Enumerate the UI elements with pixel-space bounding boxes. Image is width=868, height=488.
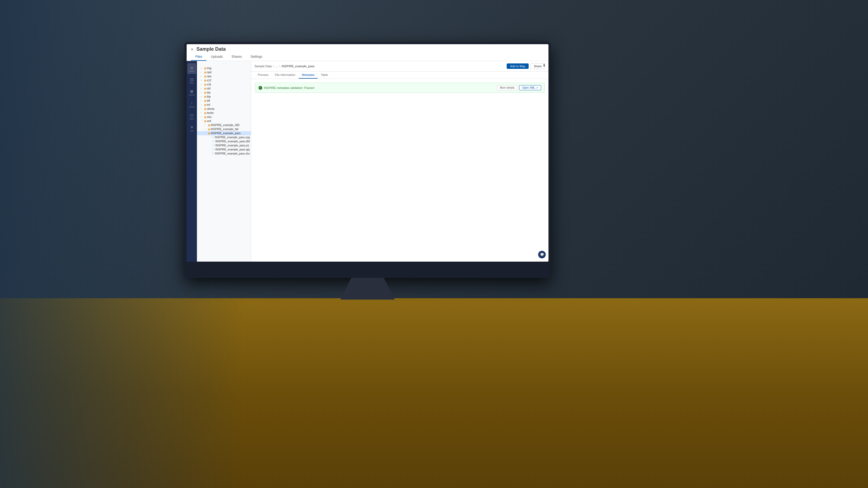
chevron-down-icon: › (201, 120, 204, 123)
tree-item-label: INSPIRE_example_pass.prj (215, 144, 249, 147)
tree-item-inspire-fail[interactable]: › ▣ INSPIRE_example_fail (197, 127, 251, 131)
folder-icon: ▣ (208, 124, 210, 127)
folder-icon: ▣ (204, 107, 207, 110)
tab-file-information[interactable]: File Information (272, 72, 299, 78)
detail-tabs: Preview File Information Metadata Table (251, 72, 549, 79)
folder-icon: ▣ (204, 116, 207, 119)
monitor-screen: ≡ Sample Data Files Uploads Shares Setti… (187, 44, 549, 262)
tree-item-teobn[interactable]: › ▣ teobn (197, 111, 251, 115)
tree-item-trd[interactable]: › ▣ trd (197, 103, 251, 107)
maps-icon: ◫ (190, 77, 194, 82)
tree-item-label: ukoria (207, 107, 214, 110)
sidebar: ⌂ Home ◫ Maps ⊞ Projects ↑ Uploads (187, 61, 197, 262)
tree-item-sld[interactable]: › ▣ sld (197, 87, 251, 91)
sidebar-label-home: Home (190, 70, 194, 72)
tree-item-s12[interactable]: › ▣ s12 (197, 78, 251, 83)
tree-item-label: INSPIRE_example_pass.shx (215, 152, 250, 155)
detail-content: ✓ INSPIRE metadata validation: Passed Mo… (251, 79, 549, 262)
folder-icon: ▣ (204, 87, 207, 90)
tab-settings[interactable]: Settings (246, 53, 267, 61)
open-xml-button[interactable]: Open XML ↗ (519, 85, 541, 90)
tree-item-tdy[interactable]: › ▣ tdy (197, 91, 251, 95)
shares-icon: ⬡ (190, 113, 193, 118)
breadcrumb-sep-2: > (279, 65, 281, 68)
detail-panel: Sample Data > ... > INSPIRE_example_pass… (251, 61, 549, 262)
folder-icon: ▣ (204, 103, 207, 106)
folder-icon: ▣ (204, 83, 207, 86)
tree-item-inspire-400[interactable]: › ▣ INSPIRE_example_400 (197, 123, 251, 127)
tree-item-label: INSPIRE_example_pass.cpg (215, 136, 250, 139)
external-link-icon: ↗ (536, 87, 538, 89)
tab-metadata[interactable]: Metadata (299, 72, 318, 78)
breadcrumb-sep-1: > (273, 65, 275, 68)
tree-item-qpj[interactable]: 📄 INSPIRE_example_pass.qpj (197, 148, 251, 152)
tab-shares[interactable]: Shares (227, 53, 246, 61)
tab-files[interactable]: Files (191, 53, 207, 61)
hamburger-icon[interactable]: ≡ (191, 47, 193, 52)
tree-item-tbp[interactable]: › ▣ tbp (197, 95, 251, 99)
tree-item-label: trd (207, 103, 210, 106)
tree-item-dbf[interactable]: 📄 INSPIRE_example_pass.dbf (197, 139, 251, 143)
tree-item-label: tdf (207, 99, 210, 102)
tree-item-shx[interactable]: 📄 INSPIRE_example_pass.shx (197, 152, 251, 156)
sidebar-item-uploads[interactable]: ↑ Uploads (187, 99, 196, 110)
app-container: ≡ Sample Data Files Uploads Shares Setti… (187, 44, 549, 262)
tree-item-ukoria[interactable]: › ▣ ukoria (197, 107, 251, 111)
chevron-icon: › (201, 71, 204, 73)
tree-item-raw[interactable]: › ▣ raw (197, 74, 251, 78)
open-xml-label: Open XML (522, 86, 535, 89)
tree-item-prj[interactable]: 📄 INSPIRE_example_pass.prj (197, 143, 251, 148)
tab-uploads[interactable]: Uploads (207, 53, 227, 61)
tree-item-s1k[interactable]: › ▣ s1k (197, 83, 251, 87)
tree-item-xml[interactable]: › ▣ xml (197, 119, 251, 123)
tree-scroll-dots: · · · (197, 61, 251, 66)
folder-icon: ▣ (204, 111, 207, 115)
add-to-map-button[interactable]: Add to Map (507, 63, 528, 69)
sidebar-item-projects[interactable]: ⊞ Projects (187, 87, 196, 98)
sidebar-item-home[interactable]: ⌂ Home (187, 63, 196, 74)
tree-item-label: teobn (207, 111, 214, 115)
folder-icon: ▣ (204, 67, 207, 70)
chevron-icon: › (201, 116, 204, 118)
tree-item-label: opd (207, 71, 212, 74)
tree-item-cpg[interactable]: 📄 INSPIRE_example_pass.cpg (197, 135, 251, 139)
sidebar-item-shares[interactable]: ⬡ Shares (187, 111, 196, 122)
validation-actions: More details Open XML ↗ (497, 85, 541, 90)
logs-icon: ≡ (191, 125, 193, 129)
tree-item-label: INSPIRE_example_pass (211, 132, 241, 135)
chevron-icon: › (205, 124, 207, 126)
tree-item-xlsx[interactable]: › ▣ xlsx (197, 115, 251, 119)
tree-item-img[interactable]: › ▣ img (197, 66, 251, 70)
breadcrumb: Sample Data > ... > INSPIRE_example_pass (254, 65, 315, 68)
tree-item-opd[interactable]: › ▣ opd (197, 70, 251, 74)
detail-header: Sample Data > ... > INSPIRE_example_pass… (251, 61, 549, 72)
breadcrumb-current: INSPIRE_example_pass (282, 65, 314, 68)
sidebar-label-projects: Projects (189, 94, 195, 96)
tab-preview[interactable]: Preview (254, 72, 272, 78)
chevron-down-icon: › (205, 132, 207, 135)
tree-item-label: img (207, 67, 211, 70)
folder-icon: ▣ (204, 95, 207, 98)
tree-item-tdf[interactable]: › ▣ tdf (197, 99, 251, 103)
sidebar-item-logs[interactable]: ≡ Logs (187, 123, 196, 134)
sidebar-label-logs: Logs (190, 130, 193, 131)
tree-item-label: INSPIRE_example_fail (211, 128, 239, 131)
folder-icon: ▣ (204, 91, 207, 94)
tree-item-label: xlsx (207, 116, 212, 119)
tree-item-label: xml (207, 120, 211, 123)
app-body: ⌂ Home ◫ Maps ⊞ Projects ↑ Uploads (187, 61, 549, 262)
download-icon-area: ⬇ (542, 63, 546, 67)
download-icon[interactable]: ⬇ (542, 63, 546, 67)
chevron-icon: › (201, 112, 204, 114)
monitor: ≡ Sample Data Files Uploads Shares Setti… (184, 42, 551, 278)
breadcrumb-root[interactable]: Sample Data (254, 65, 272, 68)
chevron-icon: › (201, 87, 204, 90)
more-details-button[interactable]: More details (497, 85, 518, 90)
sidebar-item-maps[interactable]: ◫ Maps (187, 75, 196, 86)
chat-bubble[interactable]: 💬 (538, 251, 546, 258)
folder-icon: ▣ (204, 99, 207, 102)
validation-ok-message: ✓ INSPIRE metadata validation: Passed (258, 86, 314, 90)
tree-item-inspire-pass[interactable]: › ▣ INSPIRE_example_pass (197, 131, 251, 135)
tab-table[interactable]: Table (318, 72, 331, 78)
tree-item-label: tdy (207, 91, 211, 94)
